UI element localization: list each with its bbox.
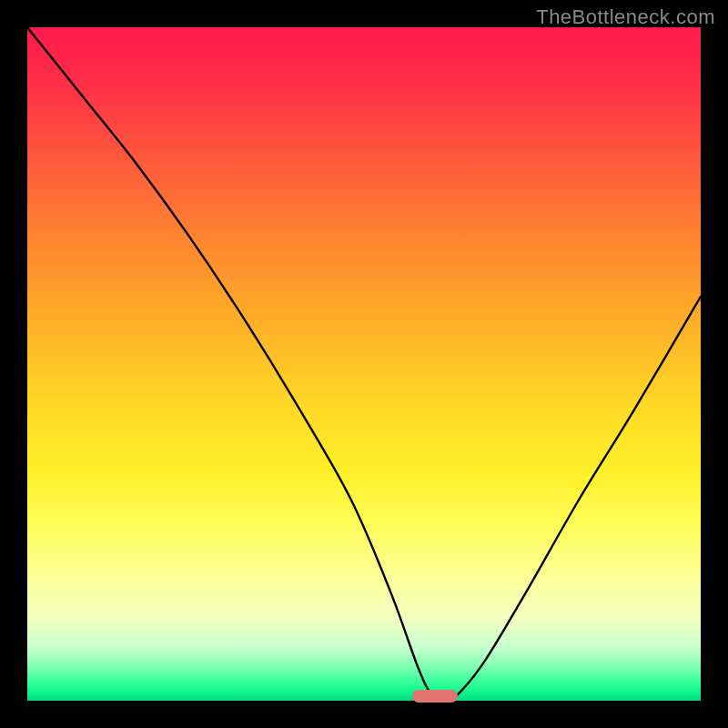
optimal-point-marker <box>412 690 458 703</box>
watermark-text: TheBottleneck.com <box>536 5 715 29</box>
chart-frame: TheBottleneck.com <box>0 0 728 728</box>
gradient-background <box>27 27 701 701</box>
